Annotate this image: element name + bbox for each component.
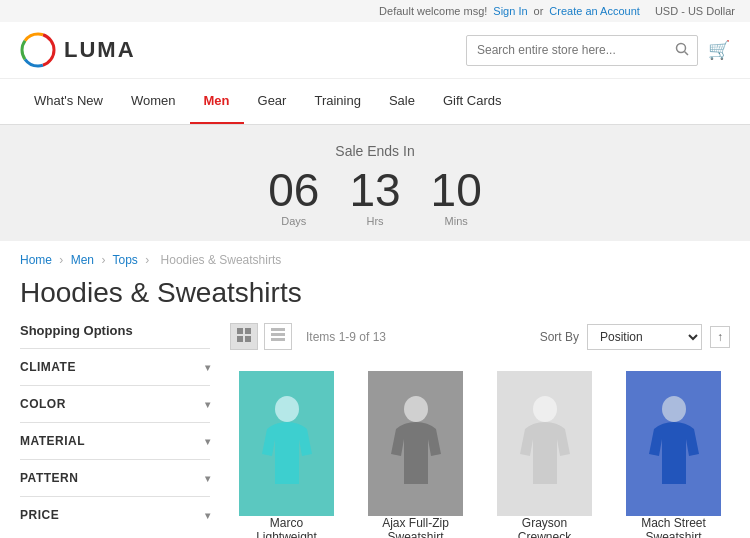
breadcrumb-current: Hoodies & Sweatshirts xyxy=(161,253,282,267)
filter-climate-label: CLIMATE xyxy=(20,360,76,374)
product-card: Marco Lightweight Active Hoodie $74.00 X… xyxy=(230,362,343,538)
sidebar-title: Shopping Options xyxy=(20,323,210,338)
chevron-down-icon: ▾ xyxy=(205,436,211,447)
product-silhouette xyxy=(515,394,575,494)
signin-link[interactable]: Sign In xyxy=(493,5,527,17)
hrs-number: 13 xyxy=(349,167,400,213)
header-icons: 🛒 xyxy=(466,35,730,66)
product-image[interactable] xyxy=(368,371,463,516)
product-grid: Marco Lightweight Active Hoodie $74.00 X… xyxy=(230,362,730,538)
breadcrumb: Home › Men › Tops › Hoodies & Sweatshirt… xyxy=(0,241,750,271)
list-view-button[interactable] xyxy=(264,323,292,350)
item-count: Items 1-9 of 13 xyxy=(306,330,386,344)
nav-men[interactable]: Men xyxy=(190,79,244,124)
sort-label: Sort By xyxy=(540,330,579,344)
main-nav: What's New Women Men Gear Training Sale … xyxy=(0,79,750,125)
filter-material-label: MATERIAL xyxy=(20,434,85,448)
logo-text: LUMA xyxy=(64,37,136,63)
svg-rect-10 xyxy=(271,328,285,331)
filter-price-label: PRICE xyxy=(20,508,59,522)
breadcrumb-home[interactable]: Home xyxy=(20,253,52,267)
nav-training[interactable]: Training xyxy=(300,79,374,124)
filter-climate-header[interactable]: CLIMATE ▾ xyxy=(20,349,210,385)
breadcrumb-men[interactable]: Men xyxy=(71,253,94,267)
logo[interactable]: LUMA xyxy=(20,32,136,68)
svg-rect-9 xyxy=(245,336,251,342)
filter-color-header[interactable]: COLOR ▾ xyxy=(20,386,210,422)
svg-point-4 xyxy=(677,43,686,52)
filter-material-header[interactable]: MATERIAL ▾ xyxy=(20,423,210,459)
nav-women[interactable]: Women xyxy=(117,79,190,124)
sale-banner: Sale Ends In 06 Days 13 Hrs 10 Mins xyxy=(0,125,750,241)
filter-price: PRICE ▾ xyxy=(20,496,210,533)
svg-rect-6 xyxy=(237,328,243,334)
filter-pattern: PATTERN ▾ xyxy=(20,459,210,496)
breadcrumb-tops[interactable]: Tops xyxy=(113,253,138,267)
filter-pattern-header[interactable]: PATTERN ▾ xyxy=(20,460,210,496)
product-image[interactable] xyxy=(239,371,334,516)
product-card: Mach Street Sweatshirt $62.00 XS S M L X… xyxy=(617,362,730,538)
product-name: Mach Street Sweatshirt xyxy=(626,516,721,538)
sort-direction-button[interactable]: ↑ xyxy=(710,326,730,348)
sale-ends-label: Sale Ends In xyxy=(0,143,750,159)
toolbar-left: Items 1-9 of 13 xyxy=(230,323,386,350)
sort-select[interactable]: Position Product Name Price xyxy=(587,324,702,350)
product-area: Items 1-9 of 13 Sort By Position Product… xyxy=(230,323,730,538)
svg-rect-8 xyxy=(237,336,243,342)
logo-icon xyxy=(20,32,56,68)
toolbar-right: Sort By Position Product Name Price ↑ xyxy=(540,324,730,350)
currency-selector[interactable]: USD - US Dollar xyxy=(655,5,735,17)
svg-point-14 xyxy=(404,396,428,422)
product-silhouette xyxy=(257,394,317,494)
svg-line-5 xyxy=(685,51,689,55)
svg-point-15 xyxy=(533,396,557,422)
nav-sale[interactable]: Sale xyxy=(375,79,429,124)
welcome-message: Default welcome msg! xyxy=(379,5,487,17)
top-bar: Default welcome msg! Sign In or Create a… xyxy=(0,0,750,22)
filter-pattern-label: PATTERN xyxy=(20,471,78,485)
chevron-down-icon: ▾ xyxy=(205,510,211,521)
product-card: Grayson Crewneck Sweatshirt $64.00 XS S … xyxy=(488,362,601,538)
product-name: Marco Lightweight Active Hoodie xyxy=(239,516,334,538)
countdown-hrs: 13 Hrs xyxy=(349,167,400,227)
page-title: Hoodies & Sweatshirts xyxy=(0,271,750,323)
product-card: Ajax Full-Zip Sweatshirt $69.00 XS S M L… xyxy=(359,362,472,538)
countdown-days: 06 Days xyxy=(268,167,319,227)
grid-view-button[interactable] xyxy=(230,323,258,350)
header: LUMA 🛒 xyxy=(0,22,750,79)
product-image[interactable] xyxy=(497,371,592,516)
svg-point-13 xyxy=(275,396,299,422)
sidebar: Shopping Options CLIMATE ▾ COLOR ▾ MATER… xyxy=(20,323,210,538)
svg-rect-12 xyxy=(271,338,285,341)
filter-climate: CLIMATE ▾ xyxy=(20,348,210,385)
toolbar: Items 1-9 of 13 Sort By Position Product… xyxy=(230,323,730,350)
grid-icon xyxy=(237,328,251,342)
search-icon xyxy=(675,42,689,56)
create-account-link[interactable]: Create an Account xyxy=(549,5,640,17)
days-label: Days xyxy=(268,215,319,227)
svg-rect-11 xyxy=(271,333,285,336)
days-number: 06 xyxy=(268,167,319,213)
nav-gear[interactable]: Gear xyxy=(244,79,301,124)
search-button[interactable] xyxy=(667,36,697,65)
product-image[interactable] xyxy=(626,371,721,516)
cart-button[interactable]: 🛒 xyxy=(708,39,730,61)
chevron-down-icon: ▾ xyxy=(205,362,211,373)
mins-number: 10 xyxy=(431,167,482,213)
hrs-label: Hrs xyxy=(349,215,400,227)
filter-material: MATERIAL ▾ xyxy=(20,422,210,459)
nav-gift-cards[interactable]: Gift Cards xyxy=(429,79,516,124)
filter-color: COLOR ▾ xyxy=(20,385,210,422)
nav-whats-new[interactable]: What's New xyxy=(20,79,117,124)
product-silhouette xyxy=(644,394,704,494)
product-name: Grayson Crewneck Sweatshirt xyxy=(497,516,592,538)
main-content: Shopping Options CLIMATE ▾ COLOR ▾ MATER… xyxy=(0,323,750,538)
product-silhouette xyxy=(386,394,446,494)
search-input[interactable] xyxy=(467,37,667,63)
chevron-down-icon: ▾ xyxy=(205,399,211,410)
chevron-down-icon: ▾ xyxy=(205,473,211,484)
filter-price-header[interactable]: PRICE ▾ xyxy=(20,497,210,533)
product-name: Ajax Full-Zip Sweatshirt xyxy=(368,516,463,538)
search-bar[interactable] xyxy=(466,35,698,66)
countdown: 06 Days 13 Hrs 10 Mins xyxy=(0,167,750,227)
